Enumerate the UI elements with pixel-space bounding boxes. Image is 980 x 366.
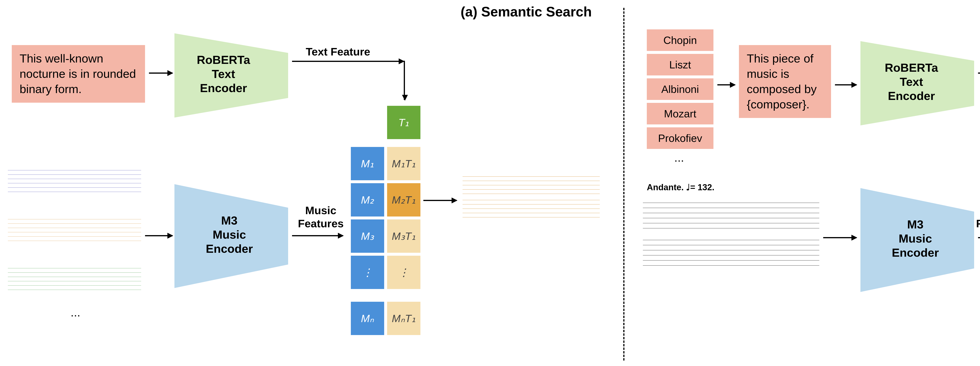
- arrow-query-to-textenc: [149, 73, 172, 74]
- arrow-best-to-result: [423, 200, 457, 201]
- arrow-t1-down: [404, 61, 405, 100]
- m1-cell: M₁: [351, 147, 384, 180]
- panel-divider: [623, 8, 624, 361]
- panel-a-title: (a) Semantic Search: [461, 4, 592, 19]
- text-encoder-label-a: RoBERTa Text Encoder: [188, 53, 259, 95]
- composer-liszt: Liszt: [647, 54, 713, 75]
- composers-ellipsis: ...: [674, 151, 684, 164]
- m3-cell: M₃: [351, 220, 384, 253]
- music-features-label-a: Music Features: [298, 204, 344, 230]
- mn-cell: Mₙ: [351, 302, 384, 335]
- arrow-composers-to-template: [718, 84, 735, 86]
- music-score-input-b: [643, 194, 819, 272]
- query-text-box: This well-known nocturne is in rounded b…: [12, 45, 145, 103]
- arrow-score-to-musicenc-b: [823, 237, 856, 238]
- m2-cell: M₂: [351, 183, 384, 216]
- composer-chopin: Chopin: [647, 29, 713, 51]
- template-box: This piece of music is composed by {comp…: [739, 45, 831, 118]
- retrieved-score: [463, 170, 600, 221]
- composer-mozart: Mozart: [647, 103, 713, 124]
- mnt1-cell: MₙT₁: [387, 302, 420, 335]
- m3t1-cell: M₃T₁: [387, 220, 420, 253]
- arrow-scores-to-musicenc: [145, 235, 172, 236]
- arrow-template-to-textenc: [835, 84, 856, 86]
- mt-dots-cell: ⋮: [387, 256, 420, 289]
- text-encoder-label-b: RoBERTa Text Encoder: [876, 61, 947, 103]
- scores-ellipsis: ...: [70, 306, 80, 319]
- music-encoder-label-b: M3 Music Encoder: [884, 218, 947, 260]
- composer-albinoni: Albinoni: [647, 78, 713, 100]
- music-encoder-label-a: M3 Music Encoder: [198, 213, 261, 256]
- arrow-textenc-right-b: [978, 73, 980, 74]
- t1-cell: T₁: [387, 106, 420, 139]
- text-feature-label-a: Text Feature: [306, 45, 370, 58]
- composer-prokofiev: Prokofiev: [647, 127, 713, 149]
- arrow-musicenc-to-m1-b: [978, 237, 980, 238]
- m1t1-cell: M₁T₁: [387, 147, 420, 180]
- score-tempo-label: Andante. ♩= 132.: [647, 182, 714, 192]
- music-scores-input: [8, 167, 141, 300]
- music-feature-label-b: Music Feature: [976, 204, 980, 230]
- arrow-musicenc-to-m: [292, 235, 343, 236]
- arrow-textenc-to-t1: [292, 61, 404, 62]
- m2t1-cell: M₂T₁: [387, 183, 420, 216]
- m-dots-cell: ⋮: [351, 256, 384, 289]
